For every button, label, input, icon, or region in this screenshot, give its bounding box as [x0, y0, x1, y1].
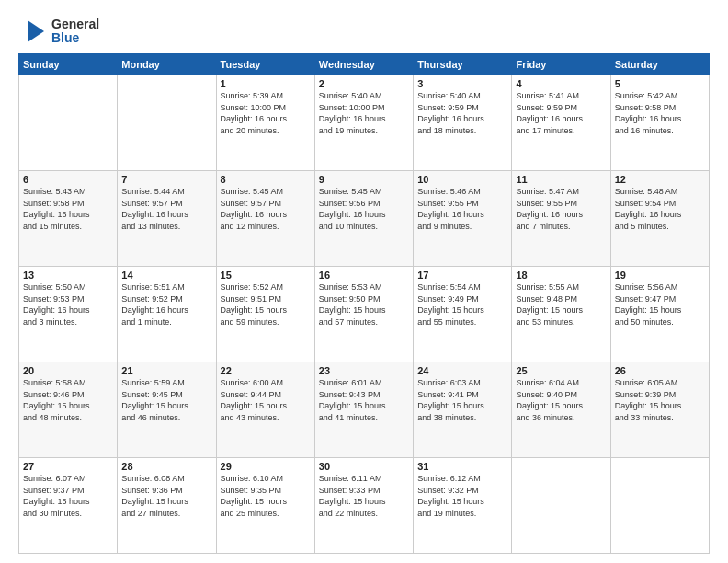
- day-info: Sunrise: 5:59 AM Sunset: 9:45 PM Dayligh…: [121, 377, 211, 423]
- day-info: Sunrise: 5:45 AM Sunset: 9:56 PM Dayligh…: [319, 186, 409, 232]
- day-number: 23: [319, 365, 409, 376]
- logo: GeneralBlue: [18, 17, 99, 46]
- day-info: Sunrise: 6:05 AM Sunset: 9:39 PM Dayligh…: [615, 377, 705, 423]
- calendar-day-cell: 19Sunrise: 5:56 AM Sunset: 9:47 PM Dayli…: [610, 267, 709, 362]
- day-number: 30: [319, 461, 409, 472]
- day-number: 8: [221, 174, 311, 185]
- day-number: 21: [121, 365, 211, 376]
- weekday-header: Sunday: [19, 54, 118, 75]
- day-info: Sunrise: 5:42 AM Sunset: 9:58 PM Dayligh…: [615, 90, 705, 136]
- day-info: Sunrise: 5:48 AM Sunset: 9:54 PM Dayligh…: [615, 186, 705, 232]
- calendar-week-row: 13Sunrise: 5:50 AM Sunset: 9:53 PM Dayli…: [19, 267, 710, 362]
- day-number: 7: [121, 174, 211, 185]
- day-number: 1: [221, 78, 311, 89]
- calendar-day-cell: 2Sunrise: 5:40 AM Sunset: 10:00 PM Dayli…: [314, 75, 413, 171]
- calendar-day-cell: [19, 75, 118, 171]
- weekday-header: Saturday: [610, 54, 709, 75]
- calendar-day-cell: 12Sunrise: 5:48 AM Sunset: 9:54 PM Dayli…: [610, 171, 709, 267]
- calendar-week-row: 1Sunrise: 5:39 AM Sunset: 10:00 PM Dayli…: [19, 75, 710, 171]
- day-info: Sunrise: 6:03 AM Sunset: 9:41 PM Dayligh…: [417, 377, 507, 423]
- day-number: 24: [417, 365, 507, 376]
- calendar-day-cell: 9Sunrise: 5:45 AM Sunset: 9:56 PM Daylig…: [314, 171, 413, 267]
- logo-general: General: [51, 17, 99, 31]
- page: GeneralBlue SundayMondayTuesdayWednesday…: [0, 0, 728, 563]
- day-info: Sunrise: 5:39 AM Sunset: 10:00 PM Daylig…: [221, 90, 311, 136]
- day-number: 22: [221, 365, 311, 376]
- calendar-day-cell: 3Sunrise: 5:40 AM Sunset: 9:59 PM Daylig…: [414, 75, 512, 171]
- day-number: 9: [319, 174, 409, 185]
- day-info: Sunrise: 6:00 AM Sunset: 9:44 PM Dayligh…: [221, 377, 311, 423]
- calendar-day-cell: 18Sunrise: 5:55 AM Sunset: 9:48 PM Dayli…: [512, 267, 610, 362]
- day-info: Sunrise: 5:50 AM Sunset: 9:53 PM Dayligh…: [23, 282, 113, 327]
- day-number: 18: [516, 270, 606, 281]
- day-number: 29: [221, 461, 311, 472]
- day-number: 2: [319, 78, 409, 89]
- calendar-day-cell: 28Sunrise: 6:08 AM Sunset: 9:36 PM Dayli…: [118, 458, 216, 554]
- calendar-day-cell: [118, 75, 216, 171]
- calendar-week-row: 27Sunrise: 6:07 AM Sunset: 9:37 PM Dayli…: [19, 458, 710, 554]
- day-number: 4: [516, 78, 606, 89]
- day-info: Sunrise: 5:43 AM Sunset: 9:58 PM Dayligh…: [23, 186, 113, 232]
- day-info: Sunrise: 5:54 AM Sunset: 9:49 PM Dayligh…: [417, 282, 507, 327]
- calendar-day-cell: 5Sunrise: 5:42 AM Sunset: 9:58 PM Daylig…: [610, 75, 709, 171]
- calendar-week-row: 6Sunrise: 5:43 AM Sunset: 9:58 PM Daylig…: [19, 171, 710, 267]
- day-number: 19: [615, 270, 705, 281]
- calendar-day-cell: 20Sunrise: 5:58 AM Sunset: 9:46 PM Dayli…: [19, 362, 118, 458]
- day-number: 3: [417, 78, 507, 89]
- day-info: Sunrise: 5:45 AM Sunset: 9:57 PM Dayligh…: [221, 186, 311, 232]
- calendar-day-cell: 22Sunrise: 6:00 AM Sunset: 9:44 PM Dayli…: [216, 362, 314, 458]
- calendar-day-cell: 26Sunrise: 6:05 AM Sunset: 9:39 PM Dayli…: [610, 362, 709, 458]
- day-info: Sunrise: 5:51 AM Sunset: 9:52 PM Dayligh…: [121, 282, 211, 327]
- calendar-day-cell: 4Sunrise: 5:41 AM Sunset: 9:59 PM Daylig…: [512, 75, 610, 171]
- day-number: 25: [516, 365, 606, 376]
- day-info: Sunrise: 6:08 AM Sunset: 9:36 PM Dayligh…: [121, 473, 211, 519]
- calendar-day-cell: 25Sunrise: 6:04 AM Sunset: 9:40 PM Dayli…: [512, 362, 610, 458]
- day-number: 31: [417, 461, 507, 472]
- calendar-day-cell: 10Sunrise: 5:46 AM Sunset: 9:55 PM Dayli…: [414, 171, 512, 267]
- day-info: Sunrise: 6:01 AM Sunset: 9:43 PM Dayligh…: [319, 377, 409, 423]
- day-number: 16: [319, 270, 409, 281]
- calendar-day-cell: 6Sunrise: 5:43 AM Sunset: 9:58 PM Daylig…: [19, 171, 118, 267]
- weekday-header: Monday: [118, 54, 216, 75]
- day-info: Sunrise: 5:44 AM Sunset: 9:57 PM Dayligh…: [121, 186, 211, 232]
- day-number: 5: [615, 78, 705, 89]
- day-info: Sunrise: 6:07 AM Sunset: 9:37 PM Dayligh…: [23, 473, 113, 519]
- day-info: Sunrise: 5:40 AM Sunset: 9:59 PM Dayligh…: [417, 90, 507, 136]
- day-number: 28: [121, 461, 211, 472]
- calendar-day-cell: 29Sunrise: 6:10 AM Sunset: 9:35 PM Dayli…: [216, 458, 314, 554]
- day-number: 10: [417, 174, 507, 185]
- day-info: Sunrise: 5:40 AM Sunset: 10:00 PM Daylig…: [319, 90, 409, 136]
- day-info: Sunrise: 5:47 AM Sunset: 9:55 PM Dayligh…: [516, 186, 606, 232]
- calendar-header-row: SundayMondayTuesdayWednesdayThursdayFrid…: [19, 54, 710, 75]
- day-info: Sunrise: 6:12 AM Sunset: 9:32 PM Dayligh…: [417, 473, 507, 519]
- calendar-day-cell: 15Sunrise: 5:52 AM Sunset: 9:51 PM Dayli…: [216, 267, 314, 362]
- weekday-header: Friday: [512, 54, 610, 75]
- day-number: 12: [615, 174, 705, 185]
- day-info: Sunrise: 5:52 AM Sunset: 9:51 PM Dayligh…: [221, 282, 311, 327]
- day-number: 11: [516, 174, 606, 185]
- day-number: 27: [23, 461, 113, 472]
- calendar-day-cell: 27Sunrise: 6:07 AM Sunset: 9:37 PM Dayli…: [19, 458, 118, 554]
- logo-text-block: GeneralBlue: [51, 17, 99, 46]
- calendar-day-cell: 8Sunrise: 5:45 AM Sunset: 9:57 PM Daylig…: [216, 171, 314, 267]
- day-info: Sunrise: 5:55 AM Sunset: 9:48 PM Dayligh…: [516, 282, 606, 327]
- day-number: 26: [615, 365, 705, 376]
- calendar-day-cell: 13Sunrise: 5:50 AM Sunset: 9:53 PM Dayli…: [19, 267, 118, 362]
- calendar-table: SundayMondayTuesdayWednesdayThursdayFrid…: [18, 53, 710, 554]
- day-info: Sunrise: 5:56 AM Sunset: 9:47 PM Dayligh…: [615, 282, 705, 327]
- header: GeneralBlue: [18, 17, 710, 46]
- calendar-day-cell: 1Sunrise: 5:39 AM Sunset: 10:00 PM Dayli…: [216, 75, 314, 171]
- calendar-week-row: 20Sunrise: 5:58 AM Sunset: 9:46 PM Dayli…: [19, 362, 710, 458]
- calendar-day-cell: 24Sunrise: 6:03 AM Sunset: 9:41 PM Dayli…: [414, 362, 512, 458]
- calendar-day-cell: 30Sunrise: 6:11 AM Sunset: 9:33 PM Dayli…: [314, 458, 413, 554]
- calendar-day-cell: 16Sunrise: 5:53 AM Sunset: 9:50 PM Dayli…: [314, 267, 413, 362]
- day-info: Sunrise: 5:58 AM Sunset: 9:46 PM Dayligh…: [23, 377, 113, 423]
- calendar-day-cell: [512, 458, 610, 554]
- calendar-day-cell: 31Sunrise: 6:12 AM Sunset: 9:32 PM Dayli…: [414, 458, 512, 554]
- day-info: Sunrise: 6:10 AM Sunset: 9:35 PM Dayligh…: [221, 473, 311, 519]
- calendar-day-cell: 23Sunrise: 6:01 AM Sunset: 9:43 PM Dayli…: [314, 362, 413, 458]
- day-info: Sunrise: 6:04 AM Sunset: 9:40 PM Dayligh…: [516, 377, 606, 423]
- calendar-day-cell: [610, 458, 709, 554]
- logo-icon: [18, 17, 48, 46]
- weekday-header: Thursday: [414, 54, 512, 75]
